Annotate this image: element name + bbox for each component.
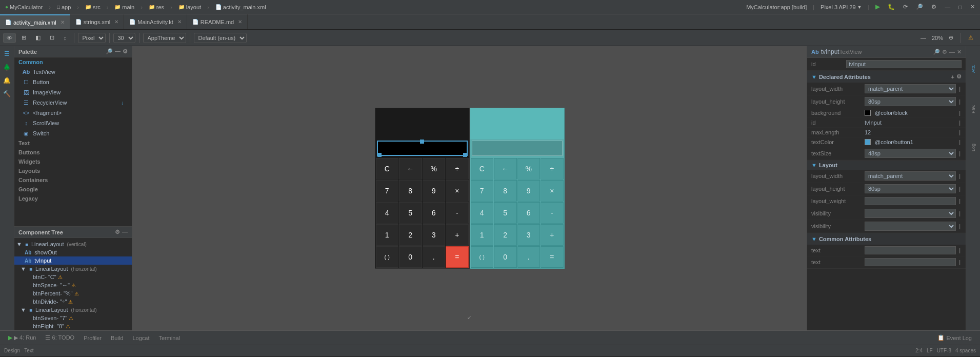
attr-text-input[interactable] bbox=[865, 246, 956, 254]
debug-button[interactable]: 🐛 bbox=[886, 3, 897, 11]
warning-btn[interactable]: ⚠ bbox=[965, 32, 977, 43]
teal-btn-equals[interactable]: = bbox=[541, 246, 564, 268]
attr-text-flag[interactable]: | bbox=[958, 247, 962, 253]
tab-close-mainactivity[interactable]: ✕ bbox=[177, 19, 182, 25]
palette-settings-btn[interactable]: ⚙ bbox=[123, 48, 128, 55]
teal-btn-divide[interactable]: ÷ bbox=[541, 158, 564, 180]
design-mode-toggle[interactable]: 👁 bbox=[3, 33, 16, 43]
palette-section-containers[interactable]: Containers bbox=[14, 175, 132, 185]
attr-text2-input[interactable] bbox=[865, 258, 956, 266]
teal-btn-multiply[interactable]: × bbox=[541, 180, 564, 202]
dark-btn-c[interactable]: C bbox=[376, 158, 399, 180]
tab-readme[interactable]: 📄 README.md ✕ bbox=[187, 14, 248, 29]
device-selector[interactable]: Pixel 3 API 29 ▼ bbox=[818, 3, 864, 11]
theme-dropdown[interactable]: AppTheme bbox=[143, 33, 186, 43]
palette-item-textview[interactable]: Ab TextView bbox=[14, 67, 132, 77]
declared-attr-plus[interactable]: + bbox=[951, 74, 954, 80]
dark-btn-6[interactable]: 6 bbox=[423, 202, 446, 224]
settings-top-button[interactable]: ⚙ bbox=[929, 3, 938, 11]
sync-button[interactable]: ⟳ bbox=[901, 3, 910, 11]
status-text-tab[interactable]: Text bbox=[24, 348, 33, 353]
teal-btn-4[interactable]: 4 bbox=[471, 202, 494, 224]
attr-id-flag[interactable]: | bbox=[958, 120, 962, 126]
terminal-tab[interactable]: Terminal bbox=[154, 333, 184, 343]
attr-close-icon[interactable]: ✕ bbox=[957, 49, 962, 55]
run-button[interactable]: ▶ bbox=[873, 3, 882, 11]
src-item[interactable]: 📁 src bbox=[83, 3, 103, 11]
api-dropdown[interactable]: 30 bbox=[113, 33, 135, 43]
dark-btn-divide[interactable]: ÷ bbox=[446, 158, 469, 180]
structure-side-icon[interactable]: 🌲 bbox=[2, 62, 13, 73]
layout-item[interactable]: 📁 layout bbox=[176, 3, 203, 11]
tree-tvinput[interactable]: Ab tvInput bbox=[14, 256, 132, 265]
tree-btneight[interactable]: btnEight- "8" ⚠ bbox=[14, 322, 132, 330]
build-side-icon[interactable]: 🔨 bbox=[2, 88, 13, 100]
attr-settings-icon[interactable]: ⚙ bbox=[942, 49, 947, 55]
dark-btn-0[interactable]: 0 bbox=[399, 246, 422, 268]
tab-close-readme[interactable]: ✕ bbox=[238, 19, 242, 25]
maximize-button[interactable]: □ bbox=[956, 3, 964, 11]
tree-linearlayout-h2[interactable]: ▼ ■ LinearLayout (horizontal) bbox=[14, 306, 132, 314]
dark-input-field[interactable] bbox=[377, 141, 468, 156]
dark-btn-3[interactable]: 3 bbox=[423, 224, 446, 246]
dark-btn-1[interactable]: 1 bbox=[376, 224, 399, 246]
teal-btn-plus[interactable]: + bbox=[541, 224, 564, 246]
teal-btn-3[interactable]: 3 bbox=[517, 224, 541, 246]
teal-btn-5[interactable]: 5 bbox=[494, 202, 517, 224]
orientation-toggle[interactable]: ⊡ bbox=[46, 32, 58, 43]
attr-lweight-input[interactable] bbox=[865, 197, 956, 205]
dark-btn-minus[interactable]: - bbox=[446, 202, 469, 224]
tab-close-strings[interactable]: ✕ bbox=[114, 19, 118, 25]
attr-layout-width-flag[interactable]: | bbox=[958, 86, 962, 92]
palette-section-legacy[interactable]: Legacy bbox=[14, 194, 132, 203]
teal-btn-dot[interactable]: . bbox=[517, 246, 541, 268]
palette-search-btn[interactable]: 🔎 bbox=[106, 48, 113, 55]
dark-btn-8[interactable]: 8 bbox=[399, 180, 422, 202]
tree-minus-icon[interactable]: — bbox=[122, 229, 128, 235]
profiler-tab[interactable]: Profiler bbox=[79, 333, 106, 343]
attr-id-input[interactable] bbox=[846, 60, 962, 68]
tree-showout[interactable]: Ab showOut bbox=[14, 248, 132, 256]
tree-btnseven[interactable]: btnSeven- "7" ⚠ bbox=[14, 314, 132, 322]
background-color-swatch[interactable] bbox=[865, 110, 871, 116]
canvas-background[interactable]: C ← % ÷ 7 8 9 × 4 5 6 - 1 2 3 bbox=[132, 46, 807, 330]
dark-btn-percent[interactable]: % bbox=[423, 158, 446, 180]
attr-textsize-flag[interactable]: | bbox=[958, 150, 962, 156]
tree-btndivide[interactable]: btnDivide- "÷" ⚠ bbox=[14, 298, 132, 306]
layout-section-header[interactable]: ▼ Layout bbox=[807, 161, 966, 170]
build-tab[interactable]: Build bbox=[107, 333, 127, 343]
palette-section-buttons[interactable]: Buttons bbox=[14, 148, 132, 157]
tree-btnpercent[interactable]: btnPercent- "%" ⚠ bbox=[14, 289, 132, 298]
palette-item-scrollview[interactable]: ↕ ScrollView bbox=[14, 118, 132, 128]
teal-btn-6[interactable]: 6 bbox=[517, 202, 541, 224]
palette-item-recyclerview[interactable]: ☰ RecyclerView ↓ bbox=[14, 97, 132, 108]
attr-visibility2-dropdown[interactable] bbox=[865, 222, 956, 231]
tab-close-activity[interactable]: ✕ bbox=[61, 19, 65, 25]
attr-visibility2-flag[interactable]: | bbox=[958, 223, 962, 229]
dark-btn-plus[interactable]: + bbox=[446, 224, 469, 246]
teal-btn-2[interactable]: 2 bbox=[494, 224, 517, 246]
minimize-button[interactable]: — bbox=[943, 3, 952, 11]
attr-dropdown-textsize[interactable]: 48sp bbox=[865, 149, 956, 158]
device-dropdown[interactable]: Pixel bbox=[78, 33, 106, 43]
common-attributes-header[interactable]: ▼ Common Attributes bbox=[807, 233, 966, 245]
attr-lh-flag[interactable]: | bbox=[958, 186, 962, 192]
dark-btn-9[interactable]: 9 bbox=[423, 180, 446, 202]
main-item[interactable]: 📁 main bbox=[112, 3, 136, 11]
attr-text2-flag[interactable]: | bbox=[958, 259, 962, 265]
attr-dropdown-layout-width[interactable]: match_parent wrap_content bbox=[865, 84, 956, 93]
tree-btnspace[interactable]: btnSpace- "←" ⚠ bbox=[14, 281, 132, 289]
textcolor-swatch[interactable] bbox=[865, 139, 871, 145]
search-top-button[interactable]: 🔎 bbox=[914, 3, 925, 11]
teal-btn-9[interactable]: 9 bbox=[517, 180, 541, 202]
attr-lw-dropdown[interactable]: match_parent bbox=[865, 171, 956, 181]
file-item[interactable]: 📄 activity_main.xml bbox=[213, 3, 268, 11]
favorites-side-icon[interactable]: Fav. bbox=[968, 91, 979, 127]
attr-textcolor-flag[interactable]: | bbox=[958, 139, 962, 145]
attr-visibility-flag[interactable]: | bbox=[958, 210, 962, 216]
dark-btn-equals[interactable]: = bbox=[446, 246, 469, 268]
zoom-out-btn[interactable]: — bbox=[917, 33, 930, 43]
project-name[interactable]: ● MyCalculator bbox=[3, 3, 45, 11]
combined-toggle[interactable]: ◧ bbox=[32, 32, 44, 43]
dark-btn-7[interactable]: 7 bbox=[376, 180, 399, 202]
